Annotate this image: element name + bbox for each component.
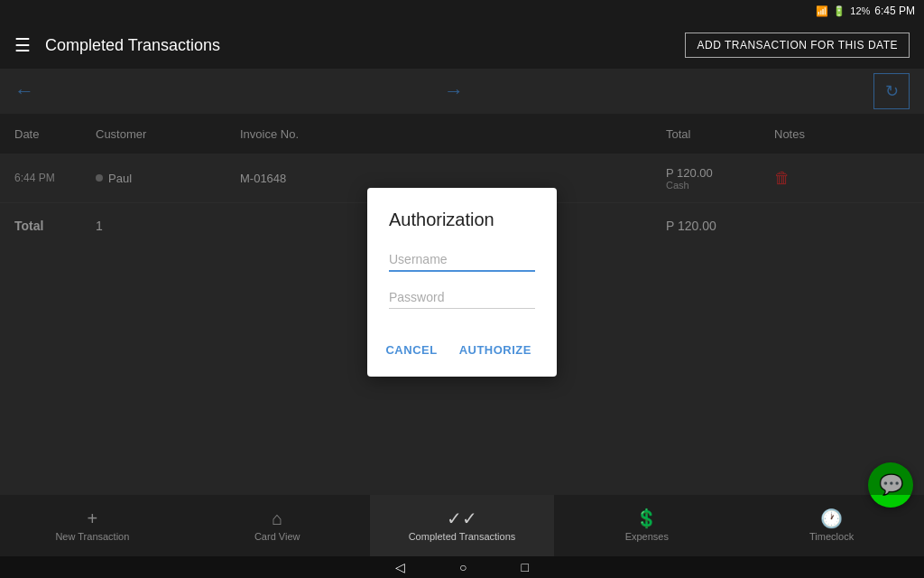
battery-percent: 12% — [850, 5, 870, 16]
bluetooth-icon: 📶 — [816, 5, 828, 17]
bottom-nav: + New Transaction ⌂ Card View ✓✓ Complet… — [0, 495, 924, 556]
home-button[interactable]: ○ — [459, 560, 467, 574]
menu-icon[interactable]: ☰ — [14, 34, 31, 56]
nav-card-view[interactable]: ⌂ Card View — [185, 495, 370, 556]
new-transaction-label: New Transaction — [55, 531, 129, 542]
android-nav-bar: ◁ ○ □ — [0, 556, 924, 578]
app-bar-left: ☰ Completed Transactions — [14, 34, 220, 56]
card-view-icon: ⌂ — [272, 509, 282, 527]
recent-button[interactable]: □ — [522, 560, 529, 574]
cancel-button[interactable]: CANCEL — [382, 338, 440, 362]
modal-title: Authorization — [389, 210, 535, 230]
modal-overlay: Authorization CANCEL AUTHORIZE — [0, 69, 924, 495]
add-transaction-button[interactable]: ADD TRANSACTION FOR THIS DATE — [685, 33, 910, 58]
nav-new-transaction[interactable]: + New Transaction — [0, 495, 185, 556]
password-input[interactable] — [389, 286, 535, 309]
nav-expenses[interactable]: 💲 Expenses — [554, 495, 739, 556]
completed-transactions-icon: ✓✓ — [447, 509, 477, 527]
username-input[interactable] — [389, 248, 535, 272]
back-button[interactable]: ◁ — [395, 560, 405, 574]
completed-transactions-label: Completed Transactions — [409, 531, 516, 542]
page-title: Completed Transactions — [45, 36, 220, 55]
status-time: 6:45 PM — [874, 5, 915, 17]
timeclock-icon: 🕐 — [820, 509, 843, 527]
app-bar: ☰ Completed Transactions ADD TRANSACTION… — [0, 22, 924, 69]
status-bar: 📶 🔋 12% 6:45 PM — [0, 0, 924, 22]
card-view-label: Card View — [254, 531, 300, 542]
timeclock-label: Timeclock — [809, 531, 854, 542]
nav-completed-transactions[interactable]: ✓✓ Completed Transactions — [370, 495, 555, 556]
battery-icon: 🔋 — [833, 5, 845, 17]
main-content: ← → ↻ Date Customer Invoice No. Total No… — [0, 69, 924, 495]
authorize-button[interactable]: AUTHORIZE — [456, 338, 535, 362]
expenses-icon: 💲 — [635, 509, 658, 527]
authorization-modal: Authorization CANCEL AUTHORIZE — [367, 188, 557, 377]
status-icons: 📶 🔋 12% 6:45 PM — [816, 5, 915, 17]
expenses-label: Expenses — [625, 531, 669, 542]
modal-actions: CANCEL AUTHORIZE — [389, 338, 535, 362]
new-transaction-icon: + — [88, 509, 98, 527]
